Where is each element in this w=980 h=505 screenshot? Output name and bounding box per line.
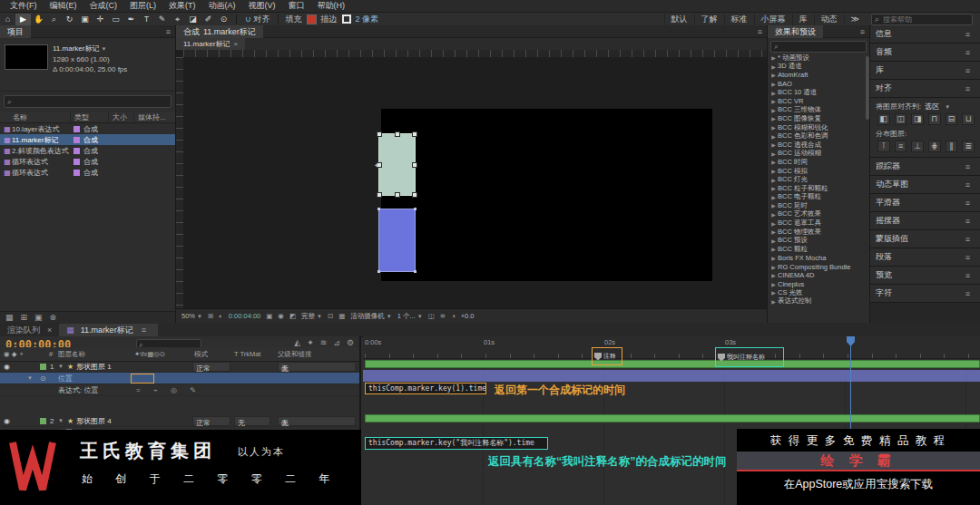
twirl-down-icon[interactable]: ▼ xyxy=(27,373,33,384)
distribute-top-icon[interactable]: ⊺ xyxy=(877,141,890,152)
zoom-select[interactable]: 50%▼ xyxy=(181,312,202,320)
path-point[interactable] xyxy=(414,208,416,210)
shape-layer-1-rect[interactable]: ⌖ xyxy=(378,133,416,196)
dock-panel-header[interactable]: 音频 ≡ xyxy=(870,44,980,62)
panel-menu-icon[interactable]: ≡ xyxy=(753,27,767,36)
mode-header[interactable]: 模式 xyxy=(194,347,208,361)
layer-name[interactable]: 形状图层 1 xyxy=(76,361,112,373)
delete-icon[interactable]: ⊗ xyxy=(50,313,57,322)
循环表达式[interactable]: ▦ 循环表达式 合成 xyxy=(0,156,175,167)
chevron-right-icon[interactable]: ▶ xyxy=(769,220,778,227)
parent-header[interactable]: 父级和链接 xyxy=(278,347,312,361)
chevron-right-icon[interactable]: ▶ xyxy=(769,90,778,96)
snapshot-icon[interactable]: ▣ xyxy=(266,312,272,320)
dock-panel-header-align[interactable]: 对齐 ≡ xyxy=(870,80,980,98)
scrollbar[interactable] xyxy=(866,56,869,120)
effect-category[interactable]: ▶ BCC 电子颗粒 xyxy=(768,193,869,202)
project-search[interactable]: ⌕ xyxy=(4,95,172,108)
chevron-right-icon[interactable]: ▶ xyxy=(769,81,778,87)
pasteboard[interactable]: ⌖ xyxy=(183,57,767,308)
time-ruler[interactable]: 0:00s01s02s03s xyxy=(363,336,980,359)
chevron-down-icon[interactable]: ▼ xyxy=(101,46,106,52)
menu-item[interactable]: 动画(A) xyxy=(202,0,242,12)
panel-menu-icon[interactable]: ≡ xyxy=(137,324,151,336)
dock-panel-header[interactable]: 段落 ≡ xyxy=(870,248,980,267)
align-left-icon[interactable]: ◧ xyxy=(877,113,890,125)
panel-menu-icon[interactable]: ≡ xyxy=(961,84,975,93)
chevron-right-icon[interactable]: ▶ xyxy=(769,264,778,270)
trkmat-select[interactable]: 无 xyxy=(234,416,270,426)
comp-mini-flowchart-icon[interactable]: ◭ xyxy=(294,338,300,347)
camera-view-select[interactable]: 活动摄像机▼ xyxy=(350,312,391,321)
effect-category[interactable]: ▶ 表达式控制 xyxy=(768,297,869,306)
chevron-right-icon[interactable]: ▶ xyxy=(769,168,778,174)
menu-item[interactable]: 视图(V) xyxy=(242,0,282,12)
twirl-down-icon[interactable]: ▼ xyxy=(58,361,64,373)
expression-row-1[interactable]: 表达式: 位置 = ⌁ ◎ ✎ xyxy=(0,384,359,396)
pan-behind-tool-icon[interactable]: ✛ xyxy=(93,14,108,25)
help-search-input[interactable] xyxy=(881,15,969,24)
effect-category[interactable]: ▶ CINEMA 4D xyxy=(768,271,869,280)
chevron-right-icon[interactable]: ▶ xyxy=(769,255,778,261)
expression-field-1[interactable]: thisComp.marker.key(1).time xyxy=(365,383,486,394)
chevron-right-icon[interactable]: ▶ xyxy=(769,151,778,157)
menu-item[interactable]: 编辑(E) xyxy=(44,0,83,12)
循环表达式[interactable]: ▦ 循环表达式 合成 xyxy=(0,167,175,178)
new-composition-icon[interactable]: ▣ xyxy=(34,313,43,322)
panel-menu-icon[interactable]: ≡ xyxy=(961,217,975,226)
workspace-tab[interactable]: 标准 xyxy=(724,14,754,25)
column-header[interactable]: 大小 xyxy=(109,112,134,122)
align-bottom-icon[interactable]: ⊔ xyxy=(962,113,975,125)
label-swatch[interactable] xyxy=(74,170,80,176)
motion-blur-icon[interactable]: ⊿ xyxy=(333,338,340,347)
chevron-right-icon[interactable]: ▶ xyxy=(769,72,778,78)
eye-icon[interactable]: ◉ xyxy=(4,361,10,373)
chevron-right-icon[interactable]: ▶ xyxy=(769,54,778,61)
home-icon[interactable]: ⌂ xyxy=(0,14,15,25)
dock-panel-header[interactable]: 库 ≡ xyxy=(870,62,980,80)
chevron-right-icon[interactable]: ▶ xyxy=(769,194,778,200)
viewer-comp-tab[interactable]: 11.marker标记 × xyxy=(176,38,245,50)
effect-category[interactable]: ▶ BCC 物理效果 xyxy=(768,228,869,237)
chevron-right-icon[interactable]: ▶ xyxy=(769,281,778,287)
workspace-tab[interactable]: 动态 xyxy=(814,14,844,25)
view-layout-select[interactable]: 1 个...▼ xyxy=(397,312,423,321)
align-center-vertical-icon[interactable]: ⊟ xyxy=(946,113,958,125)
layer-label-swatch[interactable] xyxy=(40,418,46,424)
effect-category[interactable]: ▶ RG Compositing Bundle xyxy=(768,262,869,271)
close-icon[interactable]: × xyxy=(233,38,238,50)
panel-menu-icon[interactable]: ≡ xyxy=(961,271,975,280)
stroke-label[interactable]: 描边 xyxy=(321,14,338,25)
effect-category[interactable]: ▶ BAO xyxy=(768,80,869,89)
chevron-right-icon[interactable]: ▶ xyxy=(769,115,778,121)
layer-label-swatch[interactable] xyxy=(40,364,46,370)
stroke-width-value[interactable]: 2 像素 xyxy=(356,14,379,25)
2.斜坡颜色表达式[interactable]: ▦ 2.斜坡颜色表达式 合成 xyxy=(0,145,175,156)
workspace-tab[interactable]: 默认 xyxy=(664,14,694,25)
distribute-bottom-icon[interactable]: ⊥ xyxy=(911,141,924,152)
distribute-left-icon[interactable]: ⋕ xyxy=(928,141,941,152)
transparency-grid-icon[interactable]: ▦ xyxy=(338,312,345,320)
effect-category[interactable]: ▶ BCC 灯光 xyxy=(768,175,869,184)
exposure-value[interactable]: +0.0 xyxy=(461,312,475,320)
effect-category[interactable]: ▶ CS 光效 xyxy=(768,288,869,297)
label-swatch[interactable] xyxy=(74,126,80,132)
menu-item[interactable]: 窗口 xyxy=(282,0,311,12)
effect-category[interactable]: ▶ BCC 运动模糊 xyxy=(768,150,869,159)
menu-item[interactable]: 文件(F) xyxy=(4,0,44,12)
align-center-horizontal-icon[interactable]: ◫ xyxy=(895,113,907,125)
effect-category[interactable]: ▶ BCC VR xyxy=(768,97,869,106)
property-row-1[interactable]: ▼ ⊙ 位置 xyxy=(0,373,359,384)
effect-category[interactable]: ▶ BCC 透视合成 xyxy=(768,141,869,150)
effect-category[interactable]: ▶ BCC 模拟 xyxy=(768,167,869,176)
pixel-aspect-icon[interactable]: ◫ xyxy=(428,312,435,320)
layer-row-2[interactable]: ◉ 2 ▼ ★ 形状图层 4 正常 无 ◎ 无 xyxy=(0,415,359,427)
dock-panel-header[interactable]: 预览 ≡ xyxy=(870,267,980,285)
10.layer表达式[interactable]: ▦ 10.layer表达式 合成 xyxy=(0,123,175,134)
effect-category[interactable]: ▶ BCC 预设 xyxy=(768,236,869,245)
draft-3d-icon[interactable]: ✦ xyxy=(307,338,314,347)
hand-tool-icon[interactable]: ✋ xyxy=(31,14,46,25)
selection-handle[interactable] xyxy=(412,192,417,198)
dock-panel-header[interactable]: 跟踪器 ≡ xyxy=(870,158,980,176)
effect-category[interactable]: ▶ Cineplus xyxy=(768,279,869,288)
